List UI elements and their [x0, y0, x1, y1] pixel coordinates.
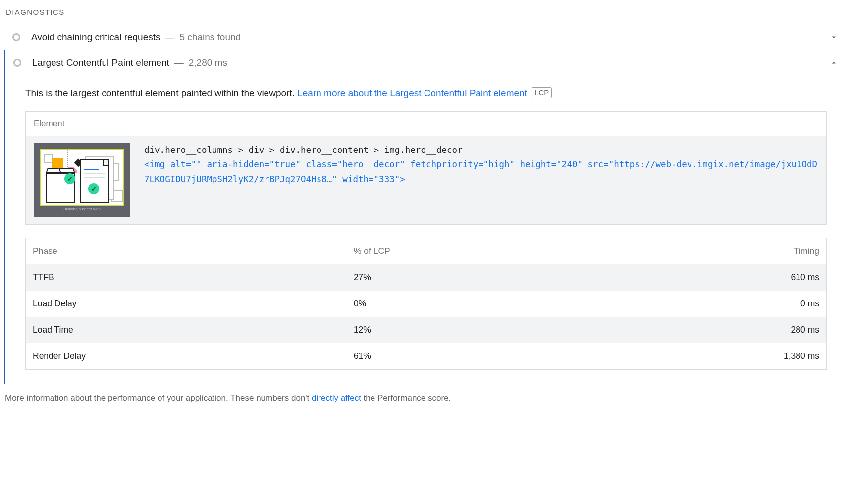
audit-meta: 2,280 ms — [189, 57, 227, 68]
element-box-header: Element — [26, 112, 826, 136]
phase-pct: 27% — [347, 264, 588, 291]
status-circle-icon — [13, 59, 21, 67]
footer-link[interactable]: directly affect — [312, 393, 361, 403]
phase-timing: 0 ms — [588, 291, 827, 317]
learn-more-link[interactable]: Learn more about the Largest Contentful … — [297, 88, 527, 98]
element-content: ✓ ✓ Building a better web div.hero__colu… — [26, 136, 826, 224]
footer-prefix: More information about the performance o… — [5, 393, 312, 403]
phase-name: Load Time — [26, 317, 347, 343]
phase-timing: 610 ms — [588, 264, 827, 291]
phase-timing: 1,380 ms — [588, 343, 827, 370]
phase-name: Render Delay — [26, 343, 347, 370]
audit-row-lcp-element[interactable]: Largest Contentful Paint element — 2,280… — [4, 50, 847, 75]
lcp-description: This is the largest contentful element p… — [25, 86, 827, 101]
footer-suffix: the Performance score. — [361, 393, 451, 403]
table-row: Render Delay 61% 1,380 ms — [26, 343, 827, 370]
chevron-up-icon[interactable] — [829, 58, 839, 68]
col-phase: Phase — [26, 238, 347, 264]
element-dom-path: div.hero__columns > div > div.hero__cont… — [144, 143, 818, 158]
audit-title: Largest Contentful Paint element — [32, 57, 169, 68]
phase-timing: 280 ms — [588, 317, 827, 343]
element-text: div.hero__columns > div > div.hero__cont… — [144, 143, 818, 187]
table-row: Load Delay 0% 0 ms — [26, 291, 827, 317]
audit-title: Avoid chaining critical requests — [31, 32, 160, 43]
lcp-detail-panel: This is the largest contentful element p… — [4, 75, 847, 384]
thumbnail-caption: Building a better web — [63, 207, 101, 211]
col-timing: Timing — [588, 238, 827, 264]
lcp-phase-table: Phase % of LCP Timing TTFB 27% 610 ms Lo… — [25, 238, 827, 370]
table-row: Load Time 12% 280 ms — [26, 317, 827, 343]
phase-pct: 12% — [347, 317, 588, 343]
footer-note: More information about the performance o… — [4, 393, 847, 403]
audit-row-critical-chains[interactable]: Avoid chaining critical requests — 5 cha… — [4, 24, 847, 50]
element-thumbnail: ✓ ✓ Building a better web — [34, 143, 130, 217]
element-html-snippet: <img alt="" aria-hidden="true" class="he… — [144, 157, 818, 187]
separator: — — [174, 57, 184, 68]
phase-name: TTFB — [26, 264, 347, 291]
phase-pct: 0% — [347, 291, 588, 317]
description-text: This is the largest contentful element p… — [25, 88, 297, 98]
col-pct: % of LCP — [347, 238, 588, 264]
table-header-row: Phase % of LCP Timing — [26, 238, 827, 264]
status-circle-icon — [12, 33, 20, 41]
phase-pct: 61% — [347, 343, 588, 370]
lcp-badge: LCP — [532, 87, 552, 98]
section-title: DIAGNOSTICS — [4, 4, 847, 24]
phase-name: Load Delay — [26, 291, 347, 317]
element-box: Element — [25, 111, 827, 225]
audit-meta: 5 chains found — [180, 32, 241, 43]
table-row: TTFB 27% 610 ms — [26, 264, 827, 291]
separator: — — [165, 32, 175, 43]
chevron-down-icon[interactable] — [829, 32, 839, 42]
